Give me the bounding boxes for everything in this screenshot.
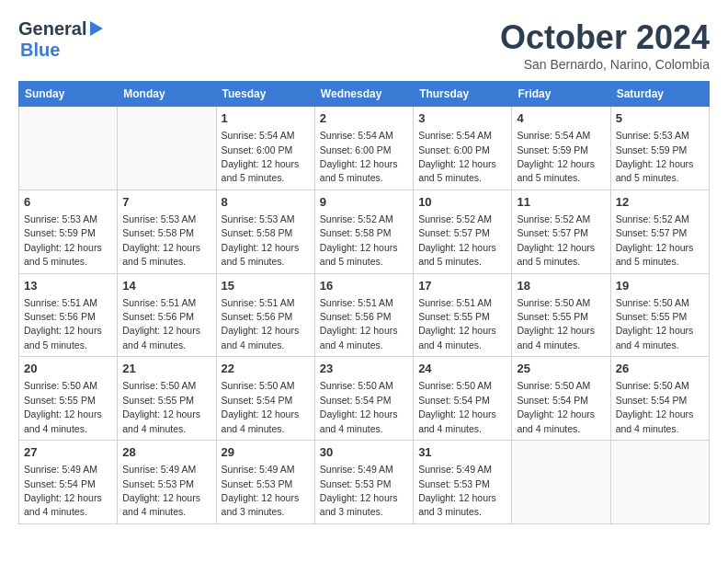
header-row: Sunday Monday Tuesday Wednesday Thursday… bbox=[19, 82, 710, 107]
day-info: Sunrise: 5:49 AM Sunset: 5:54 PM Dayligh… bbox=[24, 464, 102, 517]
day-number: 20 bbox=[24, 361, 112, 377]
calendar-cell: 30Sunrise: 5:49 AM Sunset: 5:53 PM Dayli… bbox=[314, 441, 413, 524]
day-number: 10 bbox=[418, 194, 506, 211]
calendar-cell: 16Sunrise: 5:51 AM Sunset: 5:56 PM Dayli… bbox=[314, 273, 413, 357]
day-number: 15 bbox=[222, 278, 310, 294]
day-number: 21 bbox=[122, 361, 210, 377]
col-monday: Monday bbox=[118, 82, 216, 107]
calendar-cell: 13Sunrise: 5:51 AM Sunset: 5:56 PM Dayli… bbox=[19, 273, 118, 357]
day-info: Sunrise: 5:51 AM Sunset: 5:55 PM Dayligh… bbox=[418, 297, 496, 350]
calendar-cell: 6Sunrise: 5:53 AM Sunset: 5:59 PM Daylig… bbox=[19, 190, 118, 273]
day-number: 17 bbox=[418, 278, 506, 294]
title-block: October 2024 San Bernardo, Narino, Colom… bbox=[500, 18, 710, 72]
day-info: Sunrise: 5:52 AM Sunset: 5:57 PM Dayligh… bbox=[517, 213, 595, 267]
calendar-week-5: 27Sunrise: 5:49 AM Sunset: 5:54 PM Dayli… bbox=[19, 441, 710, 524]
day-info: Sunrise: 5:53 AM Sunset: 5:58 PM Dayligh… bbox=[222, 213, 300, 267]
month-title: October 2024 bbox=[500, 18, 710, 57]
day-number: 5 bbox=[616, 110, 704, 127]
day-info: Sunrise: 5:50 AM Sunset: 5:54 PM Dayligh… bbox=[616, 380, 694, 433]
logo: General Blue bbox=[18, 18, 103, 61]
day-info: Sunrise: 5:53 AM Sunset: 5:58 PM Dayligh… bbox=[122, 213, 200, 267]
calendar-body: 1Sunrise: 5:54 AM Sunset: 6:00 PM Daylig… bbox=[19, 107, 710, 524]
day-info: Sunrise: 5:50 AM Sunset: 5:55 PM Dayligh… bbox=[24, 380, 102, 433]
calendar-cell bbox=[19, 107, 118, 190]
day-info: Sunrise: 5:49 AM Sunset: 5:53 PM Dayligh… bbox=[122, 464, 200, 517]
page-header: General Blue October 2024 San Bernardo, … bbox=[18, 18, 710, 72]
day-number: 11 bbox=[517, 194, 605, 211]
col-friday: Friday bbox=[512, 82, 610, 107]
day-number: 6 bbox=[24, 194, 112, 211]
logo-chevron-icon bbox=[90, 21, 103, 36]
day-info: Sunrise: 5:54 AM Sunset: 6:00 PM Dayligh… bbox=[222, 130, 300, 183]
col-saturday: Saturday bbox=[610, 82, 709, 107]
day-number: 18 bbox=[517, 278, 605, 294]
logo-blue-text: Blue bbox=[20, 40, 60, 61]
calendar-cell: 9Sunrise: 5:52 AM Sunset: 5:58 PM Daylig… bbox=[314, 190, 413, 273]
col-sunday: Sunday bbox=[19, 82, 118, 107]
day-info: Sunrise: 5:49 AM Sunset: 5:53 PM Dayligh… bbox=[222, 464, 300, 517]
calendar-cell: 15Sunrise: 5:51 AM Sunset: 5:56 PM Dayli… bbox=[216, 273, 314, 357]
calendar-cell: 18Sunrise: 5:50 AM Sunset: 5:55 PM Dayli… bbox=[512, 273, 610, 357]
day-info: Sunrise: 5:53 AM Sunset: 5:59 PM Dayligh… bbox=[24, 213, 102, 267]
calendar-cell: 28Sunrise: 5:49 AM Sunset: 5:53 PM Dayli… bbox=[118, 441, 216, 524]
day-info: Sunrise: 5:54 AM Sunset: 6:00 PM Dayligh… bbox=[418, 130, 496, 183]
day-number: 4 bbox=[517, 110, 605, 127]
day-number: 9 bbox=[320, 194, 408, 211]
calendar-cell: 29Sunrise: 5:49 AM Sunset: 5:53 PM Dayli… bbox=[216, 441, 314, 524]
calendar-cell: 11Sunrise: 5:52 AM Sunset: 5:57 PM Dayli… bbox=[512, 190, 610, 273]
day-info: Sunrise: 5:52 AM Sunset: 5:57 PM Dayligh… bbox=[616, 213, 694, 267]
day-number: 29 bbox=[222, 444, 310, 461]
calendar-cell bbox=[512, 441, 610, 524]
calendar-cell: 31Sunrise: 5:49 AM Sunset: 5:53 PM Dayli… bbox=[414, 441, 512, 524]
day-info: Sunrise: 5:50 AM Sunset: 5:54 PM Dayligh… bbox=[320, 380, 398, 433]
day-info: Sunrise: 5:49 AM Sunset: 5:53 PM Dayligh… bbox=[320, 464, 398, 517]
day-info: Sunrise: 5:50 AM Sunset: 5:54 PM Dayligh… bbox=[222, 380, 300, 433]
day-number: 23 bbox=[320, 361, 408, 377]
day-number: 12 bbox=[616, 194, 704, 211]
col-wednesday: Wednesday bbox=[314, 82, 413, 107]
day-info: Sunrise: 5:50 AM Sunset: 5:55 PM Dayligh… bbox=[616, 297, 694, 350]
day-number: 8 bbox=[222, 194, 310, 211]
day-number: 13 bbox=[24, 278, 112, 294]
calendar-cell: 27Sunrise: 5:49 AM Sunset: 5:54 PM Dayli… bbox=[19, 441, 118, 524]
calendar-cell: 8Sunrise: 5:53 AM Sunset: 5:58 PM Daylig… bbox=[216, 190, 314, 273]
day-number: 24 bbox=[418, 361, 506, 377]
day-number: 26 bbox=[616, 361, 704, 377]
calendar-cell bbox=[610, 441, 709, 524]
calendar-cell: 17Sunrise: 5:51 AM Sunset: 5:55 PM Dayli… bbox=[414, 273, 512, 357]
day-info: Sunrise: 5:51 AM Sunset: 5:56 PM Dayligh… bbox=[122, 297, 200, 350]
day-number: 28 bbox=[122, 444, 210, 461]
day-info: Sunrise: 5:54 AM Sunset: 5:59 PM Dayligh… bbox=[517, 130, 595, 183]
day-number: 31 bbox=[418, 444, 506, 461]
day-info: Sunrise: 5:50 AM Sunset: 5:55 PM Dayligh… bbox=[122, 380, 200, 433]
calendar-cell: 2Sunrise: 5:54 AM Sunset: 6:00 PM Daylig… bbox=[314, 107, 413, 190]
day-number: 27 bbox=[24, 444, 112, 461]
day-number: 2 bbox=[320, 110, 408, 127]
calendar-table: Sunday Monday Tuesday Wednesday Thursday… bbox=[18, 81, 710, 524]
col-tuesday: Tuesday bbox=[216, 82, 314, 107]
calendar-cell: 25Sunrise: 5:50 AM Sunset: 5:54 PM Dayli… bbox=[512, 357, 610, 441]
calendar-cell: 5Sunrise: 5:53 AM Sunset: 5:59 PM Daylig… bbox=[610, 107, 709, 190]
calendar-week-4: 20Sunrise: 5:50 AM Sunset: 5:55 PM Dayli… bbox=[19, 357, 710, 441]
day-info: Sunrise: 5:54 AM Sunset: 6:00 PM Dayligh… bbox=[320, 130, 398, 183]
day-number: 7 bbox=[122, 194, 210, 211]
day-number: 22 bbox=[222, 361, 310, 377]
day-info: Sunrise: 5:53 AM Sunset: 5:59 PM Dayligh… bbox=[616, 130, 694, 183]
logo-general-text: General bbox=[18, 18, 86, 40]
day-info: Sunrise: 5:50 AM Sunset: 5:54 PM Dayligh… bbox=[517, 380, 595, 433]
calendar-cell: 3Sunrise: 5:54 AM Sunset: 6:00 PM Daylig… bbox=[414, 107, 512, 190]
calendar-cell: 1Sunrise: 5:54 AM Sunset: 6:00 PM Daylig… bbox=[216, 107, 314, 190]
day-number: 30 bbox=[320, 444, 408, 461]
location: San Bernardo, Narino, Colombia bbox=[500, 57, 710, 72]
calendar-cell: 21Sunrise: 5:50 AM Sunset: 5:55 PM Dayli… bbox=[118, 357, 216, 441]
day-info: Sunrise: 5:52 AM Sunset: 5:57 PM Dayligh… bbox=[418, 213, 496, 267]
day-number: 3 bbox=[418, 110, 506, 127]
calendar-week-3: 13Sunrise: 5:51 AM Sunset: 5:56 PM Dayli… bbox=[19, 273, 710, 357]
calendar-cell: 10Sunrise: 5:52 AM Sunset: 5:57 PM Dayli… bbox=[414, 190, 512, 273]
day-info: Sunrise: 5:50 AM Sunset: 5:54 PM Dayligh… bbox=[418, 380, 496, 433]
col-thursday: Thursday bbox=[414, 82, 512, 107]
day-number: 25 bbox=[517, 361, 605, 377]
calendar-cell: 20Sunrise: 5:50 AM Sunset: 5:55 PM Dayli… bbox=[19, 357, 118, 441]
day-info: Sunrise: 5:49 AM Sunset: 5:53 PM Dayligh… bbox=[418, 464, 496, 517]
calendar-cell: 24Sunrise: 5:50 AM Sunset: 5:54 PM Dayli… bbox=[414, 357, 512, 441]
